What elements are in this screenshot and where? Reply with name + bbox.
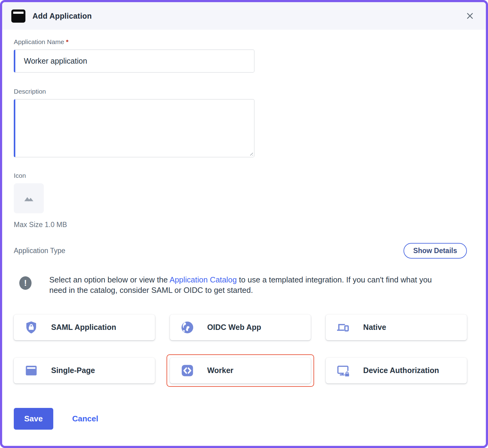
laptop-phone-icon — [336, 320, 350, 334]
modal-footer: Save Cancel — [14, 408, 467, 430]
info-text: Select an option below or view the Appli… — [49, 274, 450, 296]
close-icon — [465, 11, 475, 21]
modal-title: Add Application — [32, 12, 92, 21]
icon-upload-section: Icon Max Size 1.0 MB — [14, 172, 467, 229]
required-asterisk: * — [66, 38, 68, 45]
app-type-card-saml-application[interactable]: SAML Application — [14, 315, 155, 340]
description-textarea-wrap — [14, 99, 254, 157]
app-type-card-oidc-web-app[interactable]: OIDC Web App — [170, 315, 311, 340]
close-button[interactable] — [463, 9, 477, 23]
show-details-button[interactable]: Show Details — [404, 243, 467, 259]
app-type-card-worker[interactable]: Worker — [170, 358, 311, 383]
application-name-label: Application Name * — [14, 38, 467, 46]
monitor-lock-icon — [336, 364, 350, 378]
info-banner: ! Select an option below or view the App… — [14, 274, 467, 296]
app-type-card-single-page[interactable]: Single-Page — [14, 358, 155, 383]
info-text-before: Select an option below or view the — [49, 275, 170, 284]
save-button[interactable]: Save — [14, 408, 53, 430]
application-type-row: Application Type Show Details — [14, 243, 467, 259]
description-label: Description — [14, 88, 467, 95]
application-name-input[interactable] — [14, 50, 254, 73]
info-exclamation-icon: ! — [19, 276, 32, 290]
app-type-card-native[interactable]: Native — [326, 315, 467, 340]
application-name-field: Application Name * — [14, 38, 467, 73]
browser-window-icon — [24, 364, 38, 378]
shield-lock-icon — [24, 320, 38, 334]
icon-label: Icon — [14, 172, 467, 179]
application-name-label-text: Application Name — [14, 38, 64, 45]
modal-body: Application Name * Description Icon Max … — [2, 30, 486, 446]
description-field: Description — [14, 88, 467, 157]
app-type-card-device-authorization[interactable]: Device Authorization — [326, 358, 467, 383]
application-catalog-link[interactable]: Application Catalog — [170, 275, 237, 284]
icon-max-size-hint: Max Size 1.0 MB — [14, 221, 467, 229]
application-type-label: Application Type — [14, 247, 65, 255]
description-input[interactable] — [14, 99, 254, 157]
app-type-grid: SAML Application OIDC Web App Native Sin… — [14, 315, 467, 383]
add-application-modal: Add Application Application Name * Descr… — [0, 0, 488, 448]
application-window-icon — [11, 9, 25, 23]
code-brackets-icon — [180, 364, 194, 378]
image-placeholder-icon — [22, 191, 36, 205]
globe-icon — [180, 320, 194, 334]
modal-header: Add Application — [2, 2, 486, 30]
cancel-button[interactable]: Cancel — [72, 414, 98, 424]
icon-upload-dropzone[interactable] — [14, 183, 44, 213]
